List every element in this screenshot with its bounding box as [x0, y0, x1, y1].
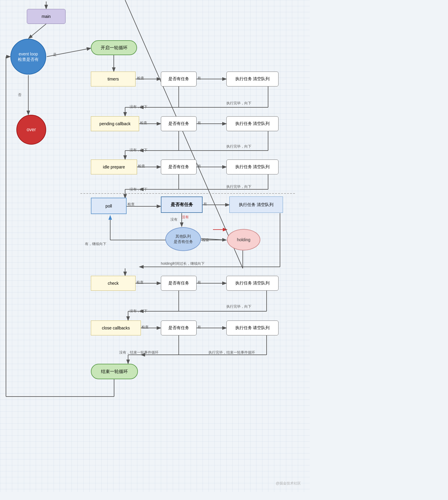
you-jixu-label: 有，继续向下 — [85, 242, 106, 247]
check-you-label: 有 — [197, 280, 201, 285]
check-done-label: 执行完毕，向下 — [226, 304, 251, 309]
close-check-label: 检查 — [141, 325, 149, 330]
holding-node: holding — [227, 229, 260, 250]
poll-label: poll — [105, 204, 112, 208]
svg-line-1 — [29, 24, 46, 38]
timers-check-label: 检查 — [137, 76, 144, 81]
start-loop-node: 开启一轮循环 — [91, 40, 137, 55]
idle-label: idle prepare — [103, 165, 125, 169]
close-cb-label: close callbacks — [102, 326, 130, 330]
event-loop-node: event loop检查是否有 — [10, 39, 46, 75]
pending-check-node: 是否有任务 — [161, 116, 197, 131]
poll-you-label: 有 — [203, 202, 207, 207]
pending-you-label: 有 — [197, 120, 201, 126]
idle-exec-node: 执行任务 清空队列 — [226, 160, 279, 174]
timers-node: timers — [91, 72, 136, 86]
check-label: check — [108, 281, 119, 286]
poll-exec-node: 执行任务 清空队列 — [229, 196, 283, 213]
shi-label: 是 — [53, 52, 57, 57]
check-node: check — [91, 276, 136, 291]
check-check-label: 检查 — [136, 280, 144, 285]
timers-no-label: 没有，向下 — [130, 104, 147, 109]
pending-no-label: 没有，向下 — [130, 148, 147, 153]
poll-no2-label: 没有 — [182, 215, 189, 220]
idle-node: idle prepare — [91, 160, 137, 174]
other-check-label: 检查 — [202, 238, 209, 243]
main-node: main — [27, 9, 66, 24]
pending-exec-node: 执行任务 清空队列 — [226, 116, 279, 131]
idle-done-label: 执行完毕，向下 — [226, 184, 251, 189]
over-node: over — [16, 115, 46, 145]
close-cb-node: close callbacks — [91, 321, 141, 335]
other-queue-node: 其他队列是否有任务 — [165, 227, 201, 251]
timers-exec-node: 执行任务 清空队列 — [226, 72, 279, 86]
main-label: main — [42, 14, 51, 19]
idle-you-label: 有 — [197, 164, 201, 169]
idle-no-label: 没有，向下 — [130, 187, 147, 192]
close-done-label: 执行完毕，结束一轮事件循环 — [209, 350, 255, 355]
watermark: @掘金技术社区 — [276, 481, 301, 486]
holding-overtime-label: holding时间过长，继续向下 — [161, 261, 205, 266]
close-no-label: 没有，结束一轮事件循环 — [119, 350, 158, 355]
poll-check-node: 是否有任务 — [161, 196, 203, 213]
over-label: over — [27, 127, 36, 132]
timers-label: timers — [108, 77, 119, 81]
end-loop-label: 结束一轮循环 — [101, 369, 128, 374]
check-check-node: 是否有任务 — [161, 276, 197, 291]
timers-check-node: 是否有任务 — [161, 72, 197, 86]
pending-label: pending callback — [99, 121, 130, 126]
close-you-label: 有 — [197, 325, 201, 330]
pending-check-label: 检查 — [140, 120, 147, 126]
fou-label: 否 — [18, 92, 21, 97]
close-check-node: 是否有任务 — [161, 321, 197, 335]
idle-check-label: 检查 — [138, 164, 145, 169]
check-no-label: 没有，向下 — [130, 309, 147, 314]
pending-done-label: 执行完毕，向下 — [226, 144, 251, 149]
poll-node: poll — [91, 198, 127, 214]
event-loop-label: event loop检查是否有 — [18, 51, 39, 62]
diagram-container: main event loop检查是否有 over 是 否 开启一轮循环 tim… — [0, 0, 310, 492]
end-loop-node: 结束一轮循环 — [91, 364, 138, 379]
poll-check-label: 检查 — [127, 202, 135, 207]
holding-label: holding — [237, 237, 250, 242]
check-exec-node: 执行任务 清空队列 — [226, 276, 279, 291]
start-loop-label: 开启一轮循环 — [101, 45, 127, 51]
timers-you-label: 有 — [197, 76, 201, 81]
poll-no-label: 没有 — [170, 217, 178, 222]
close-exec-node: 执行任务 请空队列 — [226, 321, 279, 335]
pending-node: pending callback — [91, 116, 139, 131]
timers-done-label: 执行完毕，向下 — [226, 101, 251, 106]
idle-check-node: 是否有任务 — [161, 160, 197, 174]
